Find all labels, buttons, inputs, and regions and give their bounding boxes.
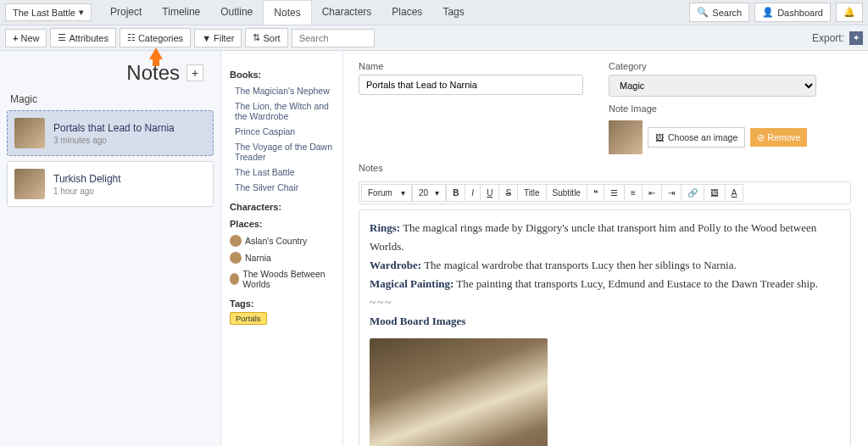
main: Notes + Magic Portals that Lead to Narni… bbox=[0, 51, 868, 446]
topbar: The Last Battle▾ Project Timeline Outlin… bbox=[0, 0, 868, 25]
indent-button[interactable]: ⇥ bbox=[661, 184, 682, 202]
outdent-button[interactable]: ⇤ bbox=[642, 184, 662, 202]
book-link[interactable]: The Silver Chair bbox=[230, 180, 334, 195]
color-button[interactable]: A bbox=[725, 184, 744, 202]
place-icon bbox=[230, 252, 242, 264]
note-editor: Name Category Magic Note Image 🖼Choose a… bbox=[343, 51, 868, 446]
tags-heading: Tags: bbox=[230, 298, 334, 309]
export-button[interactable]: ✦ bbox=[849, 31, 863, 45]
callout-arrow-stem bbox=[153, 58, 159, 66]
note-image-label: Note Image bbox=[609, 103, 816, 114]
mood-board-image bbox=[370, 338, 548, 446]
chevron-down-icon: ▾ bbox=[79, 7, 84, 18]
notes-heading-row: Notes + bbox=[7, 61, 214, 85]
book-link[interactable]: The Lion, the Witch and the Wardrobe bbox=[230, 98, 334, 124]
search-icon: 🔍 bbox=[697, 7, 709, 18]
links-panel: Books: The Magician's Nephew The Lion, t… bbox=[220, 51, 343, 446]
note-image-thumb bbox=[609, 120, 643, 154]
filter-button[interactable]: ▼Filter bbox=[194, 29, 242, 47]
ul-button[interactable]: ☰ bbox=[604, 184, 625, 202]
dashboard-button[interactable]: 👤Dashboard bbox=[754, 3, 831, 22]
chevron-down-icon: ▾ bbox=[435, 188, 439, 198]
export-section: Export: ✦ bbox=[812, 31, 863, 45]
places-heading: Places: bbox=[230, 219, 334, 229]
search-button[interactable]: 🔍Search bbox=[689, 3, 749, 22]
note-title: Turkish Delight bbox=[53, 173, 121, 185]
characters-heading: Characters: bbox=[230, 202, 334, 212]
tab-notes[interactable]: Notes bbox=[263, 0, 311, 25]
remove-image-button[interactable]: ⊘Remove bbox=[750, 128, 807, 147]
grid-icon: ☷ bbox=[127, 32, 136, 43]
book-link[interactable]: The Last Battle bbox=[230, 164, 334, 180]
subtitle-button[interactable]: Subtitle bbox=[546, 184, 587, 202]
search-input[interactable] bbox=[292, 29, 375, 47]
editor-content[interactable]: Rings: The magical rings made by Diggory… bbox=[359, 209, 851, 446]
book-link[interactable]: The Voyage of the Dawn Treader bbox=[230, 139, 334, 164]
name-label: Name bbox=[359, 61, 583, 71]
font-select[interactable]: Forum▾ bbox=[361, 184, 412, 202]
tab-tags[interactable]: Tags bbox=[432, 0, 474, 25]
ol-button[interactable]: ≡ bbox=[624, 184, 643, 202]
sort-button[interactable]: ⇅Sort bbox=[245, 28, 287, 47]
note-title: Portals that Lead to Narnia bbox=[53, 122, 175, 134]
plus-icon: + bbox=[13, 33, 18, 43]
attributes-button[interactable]: ☰Attributes bbox=[50, 28, 115, 47]
notes-field-label: Notes bbox=[359, 163, 851, 173]
categories-button[interactable]: ☷Categories bbox=[120, 28, 191, 47]
notes-sidebar: Notes + Magic Portals that Lead to Narni… bbox=[0, 51, 220, 446]
place-link[interactable]: The Woods Between Worlds bbox=[230, 266, 334, 292]
note-timestamp: 1 hour ago bbox=[53, 187, 121, 196]
note-card[interactable]: Turkish Delight 1 hour ago bbox=[7, 161, 214, 207]
place-link[interactable]: Narnia bbox=[230, 249, 334, 266]
category-select[interactable]: Magic bbox=[609, 75, 816, 97]
place-icon bbox=[230, 273, 239, 285]
tab-characters[interactable]: Characters bbox=[312, 0, 382, 25]
name-input[interactable] bbox=[359, 75, 583, 95]
chevron-down-icon: ▾ bbox=[401, 188, 405, 198]
add-note-button[interactable]: + bbox=[186, 64, 203, 81]
link-button[interactable]: 🔗 bbox=[681, 184, 704, 202]
note-card[interactable]: Portals that Lead to Narnia 3 minutes ag… bbox=[7, 110, 214, 156]
title-button[interactable]: Title bbox=[517, 184, 547, 202]
nav-tabs: Project Timeline Outline Notes Character… bbox=[100, 0, 475, 25]
books-heading: Books: bbox=[230, 70, 334, 80]
notifications-button[interactable]: 🔔 bbox=[836, 3, 863, 22]
note-thumbnail bbox=[14, 118, 45, 148]
tab-outline[interactable]: Outline bbox=[210, 0, 263, 25]
project-selector[interactable]: The Last Battle▾ bbox=[5, 3, 92, 21]
italic-button[interactable]: I bbox=[465, 184, 481, 202]
category-field-label: Category bbox=[609, 61, 816, 71]
filter-icon: ▼ bbox=[202, 33, 211, 43]
note-timestamp: 3 minutes ago bbox=[53, 136, 175, 145]
place-link[interactable]: Aslan's Country bbox=[230, 232, 334, 249]
bold-button[interactable]: B bbox=[446, 184, 465, 202]
list-icon: ☰ bbox=[58, 32, 66, 43]
new-button[interactable]: +New bbox=[5, 29, 47, 47]
size-select[interactable]: 20▾ bbox=[412, 184, 446, 202]
tag-chip[interactable]: Portals bbox=[230, 312, 267, 325]
underline-button[interactable]: U bbox=[480, 184, 499, 202]
trash-icon: ⊘ bbox=[757, 132, 765, 142]
bell-icon: 🔔 bbox=[843, 7, 855, 18]
sort-icon: ⇅ bbox=[253, 32, 260, 43]
place-icon bbox=[230, 235, 242, 247]
book-link[interactable]: Prince Caspian bbox=[230, 124, 334, 139]
editor-toolbar: Forum▾ 20▾ B I U S Title Subtitle ❝ ☰ ≡ … bbox=[359, 181, 851, 204]
strike-button[interactable]: S bbox=[498, 184, 518, 202]
image-button[interactable]: 🖼 bbox=[704, 184, 726, 202]
tab-timeline[interactable]: Timeline bbox=[152, 0, 210, 25]
image-icon: 🖼 bbox=[655, 132, 665, 142]
choose-image-button[interactable]: 🖼Choose an image bbox=[648, 127, 745, 148]
note-thumbnail bbox=[14, 169, 45, 199]
tab-places[interactable]: Places bbox=[381, 0, 432, 25]
tab-project[interactable]: Project bbox=[100, 0, 152, 25]
book-link[interactable]: The Magician's Nephew bbox=[230, 83, 334, 98]
user-icon: 👤 bbox=[762, 7, 774, 18]
quote-button[interactable]: ❝ bbox=[587, 184, 604, 202]
toolbar: +New ☰Attributes ☷Categories ▼Filter ⇅So… bbox=[0, 25, 868, 51]
category-label: Magic bbox=[10, 93, 210, 105]
